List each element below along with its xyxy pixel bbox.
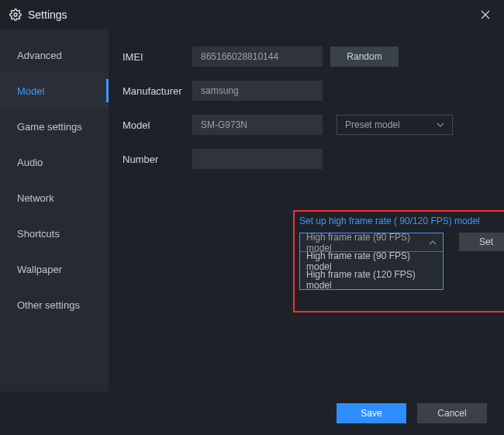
cancel-button[interactable]: Cancel [417,403,487,423]
chevron-up-icon [429,240,437,245]
window-title: Settings [28,9,476,21]
high-frame-title: Set up high frame rate ( 90/120 FPS) mod… [299,216,504,226]
label-imei: IMEI [123,51,192,63]
sidebar-item-label: Other settings [17,299,80,311]
high-frame-option-90[interactable]: High frame rate (90 FPS) model [300,252,443,271]
sidebar-item-advanced[interactable]: Advanced [0,37,109,73]
svg-point-0 [14,13,17,16]
preset-model-select[interactable]: Preset model [337,115,453,135]
set-button[interactable]: Set [459,233,504,251]
input-number[interactable] [192,149,323,169]
close-button[interactable] [476,5,495,24]
high-frame-section: Set up high frame rate ( 90/120 FPS) mod… [299,216,504,290]
settings-window: Settings Advanced Model Game settings Au… [0,0,504,435]
chevron-down-icon [437,123,444,127]
footer: Save Cancel [0,392,504,435]
label-number: Number [123,154,192,165]
sidebar-item-game-settings[interactable]: Game settings [0,109,109,144]
label-manufacturer: Manufacturer [123,85,192,97]
sidebar-item-shortcuts[interactable]: Shortcuts [0,216,109,251]
high-frame-selected[interactable]: High frame rate (90 FPS) model [300,233,443,252]
sidebar-item-label: Wallpaper [17,264,62,275]
input-manufacturer[interactable]: samsung [192,81,323,101]
sidebar-item-label: Game settings [17,121,82,133]
sidebar-item-other-settings[interactable]: Other settings [0,287,109,323]
sidebar-item-label: Shortcuts [17,228,60,240]
titlebar: Settings [0,0,504,29]
input-imei[interactable]: 865166028810144 [192,47,323,67]
sidebar-item-label: Audio [17,157,43,168]
high-frame-row: High frame rate (90 FPS) model High fram… [299,233,504,290]
sidebar-item-model[interactable]: Model [0,73,109,109]
preset-model-label: Preset model [345,119,400,130]
sidebar-item-audio[interactable]: Audio [0,144,109,180]
save-button[interactable]: Save [337,403,406,423]
label-model: Model [123,119,192,131]
row-imei: IMEI 865166028810144 Random [123,47,488,67]
window-body: Advanced Model Game settings Audio Netwo… [0,29,504,392]
row-model: Model SM-G973N Preset model [123,115,488,135]
sidebar-item-label: Model [17,85,44,97]
sidebar-item-wallpaper[interactable]: Wallpaper [0,251,109,287]
sidebar-item-label: Advanced [17,50,62,61]
main-panel: IMEI 865166028810144 Random Manufacturer… [109,29,504,392]
high-frame-selected-label: High frame rate (90 FPS) model [306,232,429,254]
sidebar-item-label: Network [17,192,54,204]
row-manufacturer: Manufacturer samsung [123,81,488,101]
row-number: Number [123,149,488,169]
close-icon [481,10,490,19]
high-frame-select[interactable]: High frame rate (90 FPS) model High fram… [299,233,444,290]
input-model[interactable]: SM-G973N [192,115,323,135]
gear-icon [9,9,22,21]
sidebar-item-network[interactable]: Network [0,180,109,216]
random-button[interactable]: Random [330,47,399,67]
sidebar: Advanced Model Game settings Audio Netwo… [0,29,109,392]
high-frame-option-120[interactable]: High frame rate (120 FPS) model [300,271,443,289]
